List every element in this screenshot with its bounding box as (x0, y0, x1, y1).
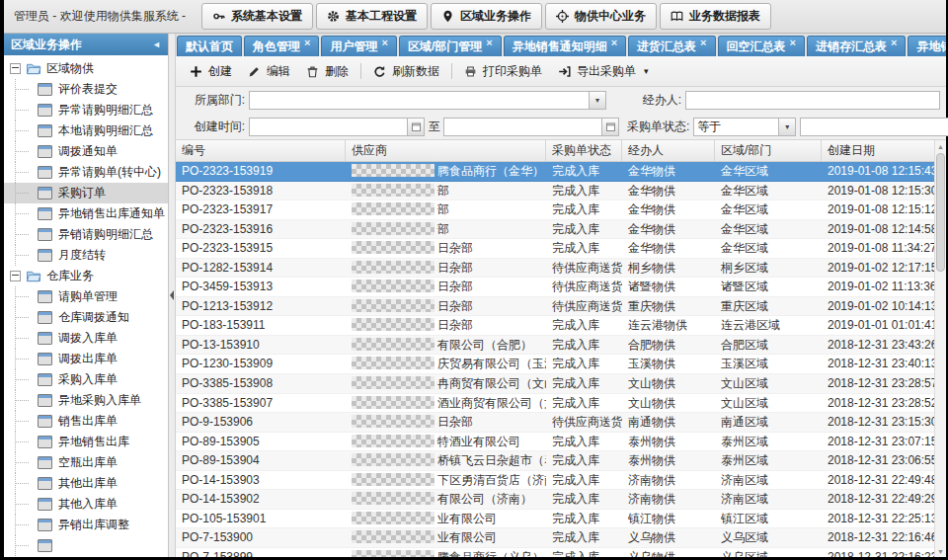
department-filter-combo[interactable]: ▾ (249, 91, 606, 110)
table-row[interactable]: PO-7-153899腾食品商行（义乌）完成入库义乌物供义乌区域2018-12-… (176, 548, 934, 557)
column-header[interactable]: 区域/部门 (715, 140, 822, 161)
table-row[interactable]: PO-2323-153916部完成入库金华物供金华区域2019-01-08 12… (176, 220, 934, 240)
tree-item[interactable]: 异地销售出库 (4, 432, 168, 452)
tree-item[interactable]: 采购入库单 (4, 369, 168, 390)
tree-item[interactable]: 其他入库单 (4, 494, 168, 515)
tree-item[interactable]: 异地采购入库单 (4, 390, 168, 411)
tree-item[interactable]: 仓库调拨通知 (4, 307, 168, 328)
tree-item[interactable]: 月度结转 (4, 245, 168, 266)
status-operator-input[interactable] (694, 119, 778, 135)
department-filter-input[interactable] (250, 92, 589, 109)
splitter-collapse-icon[interactable] (170, 290, 174, 300)
column-header[interactable]: 编号 (176, 140, 346, 161)
tab-close-icon[interactable]: × (611, 38, 617, 48)
tree-item[interactable]: 采购订单 (4, 183, 168, 203)
table-row[interactable]: PO-9-153906日杂部待供应商送货南通物供南通区域2018-12-31 2… (176, 413, 934, 433)
tree-item[interactable]: 其他出库单 (4, 473, 168, 494)
status-value-input[interactable] (800, 118, 948, 136)
table-row[interactable]: PO-2323-153919腾食品商行（金华）完成入库金华物供金华区域2019-… (176, 162, 934, 182)
date-to-input[interactable] (444, 119, 601, 135)
tab[interactable]: 区域/部门管理× (399, 36, 502, 56)
scroll-down-icon[interactable]: ▼ (935, 545, 946, 557)
tab-close-icon[interactable]: × (381, 38, 387, 48)
toolbar-button[interactable]: 打印采购单 (456, 60, 550, 83)
tab[interactable]: 角色管理× (244, 36, 319, 56)
tab[interactable]: 进货汇总表× (628, 36, 715, 56)
table-row[interactable]: PO-1213-153912日杂部待供应商送货重庆物供重庆区域2019-01-0… (176, 297, 934, 317)
table-row[interactable]: PO-89-153905特酒业有限公司完成入库泰州物供泰州区域2018-12-3… (176, 433, 934, 452)
column-header[interactable]: 采购单状态 (546, 140, 622, 161)
table-row[interactable]: PO-1282-153914日杂部待供应商送货桐乡物供桐乡区域2019-01-0… (176, 259, 934, 279)
date-from-input[interactable] (250, 119, 407, 135)
table-row[interactable]: PO-7-153900业有限公司完成入库义乌物供义乌区域2018-12-31 2… (176, 528, 934, 548)
vertical-scrollbar[interactable]: ▲ ▼ (934, 140, 946, 557)
tree-collapse-icon[interactable] (10, 271, 21, 281)
table-row[interactable]: PO-89-153904桥镇飞云日杂超市（泰州）完成入库泰州物供泰州区域2018… (176, 451, 934, 471)
date-to-field[interactable] (443, 118, 619, 136)
tree-item[interactable]: 调拨出库单 (4, 349, 168, 369)
tree-item[interactable] (4, 535, 168, 556)
tree-item[interactable]: 异地销售出库通知单 (4, 203, 168, 224)
scroll-thumb[interactable] (936, 153, 945, 272)
column-header[interactable]: 经办人 (622, 140, 715, 161)
column-header[interactable]: 供应商 (346, 140, 546, 161)
tree-item[interactable]: 异常请购明细汇总 (4, 100, 168, 120)
table-row[interactable]: PO-183-153911日杂部完成入库连云港物供连云港区域2019-01-01… (176, 316, 934, 336)
tree-item[interactable]: 请购单管理 (4, 286, 168, 307)
toolbar-button[interactable]: 删除 (298, 60, 356, 83)
scroll-up-icon[interactable]: ▲ (935, 140, 946, 152)
date-from-field[interactable] (249, 118, 425, 136)
tab[interactable]: 回空汇总表× (718, 36, 805, 56)
toolbar-button[interactable]: 编辑 (240, 60, 298, 83)
menubar-button[interactable]: 业务数据报表 (660, 3, 771, 30)
handler-filter-input[interactable] (685, 91, 940, 110)
tab[interactable]: 用户管理× (321, 36, 396, 56)
combo-dropdown-icon[interactable]: ▾ (778, 119, 795, 135)
table-row[interactable]: PO-3459-153913日杂部待供应商送货诸暨物供诸暨区域2019-01-0… (176, 278, 934, 297)
table-row[interactable]: PO-14-153902有限公司（济南）完成入库济南物供济南区域2018-12-… (176, 490, 934, 510)
collapse-sidebar-icon[interactable]: ◄ (152, 40, 161, 49)
tree-folder[interactable]: 仓库业务 (4, 266, 168, 286)
table-row[interactable]: PO-105-153901业有限公司完成入库镇江物供镇江区域2018-12-31… (176, 510, 934, 529)
status-operator-combo[interactable]: ▾ (693, 118, 796, 136)
table-row[interactable]: PO-3385-153907酒业商贸有限公司（文山）完成入库文山物供文山区域20… (176, 394, 934, 414)
table-row[interactable]: PO-2323-153918部完成入库金华物供金华区域2019-01-08 12… (176, 182, 934, 201)
tree-item[interactable]: 异销出库调整 (4, 515, 168, 535)
menubar-button[interactable]: 系统基本设置 (201, 3, 313, 30)
tab-close-icon[interactable]: × (700, 38, 706, 48)
table-row[interactable]: PO-2323-153917部完成入库金华物供金华区域2019-01-08 12… (176, 200, 934, 220)
tree-item[interactable]: 评价表提交 (4, 79, 168, 100)
column-header[interactable]: 创建日期 (822, 140, 936, 161)
tab[interactable]: 异地销售调整明细× (908, 36, 946, 56)
tab-close-icon[interactable]: × (486, 38, 492, 48)
toolbar-button[interactable]: 刷新数据 (365, 60, 447, 83)
combo-dropdown-icon[interactable]: ▾ (589, 92, 605, 109)
tab-close-icon[interactable]: × (790, 38, 796, 48)
tree-item[interactable]: 调拨通知单 (4, 141, 168, 162)
toolbar-button[interactable]: 创建 (182, 60, 240, 83)
tree-folder[interactable]: 区域物供 (4, 58, 168, 79)
table-row[interactable]: PO-3385-153908冉商贸有限公司（文山）完成入库文山物供文山区域201… (176, 374, 934, 394)
tab[interactable]: 进销存汇总表× (807, 36, 906, 56)
table-row[interactable]: PO-14-153903下区勇清百货店（济南）完成入库济南物供济南区域2018-… (176, 471, 934, 491)
table-row[interactable]: PO-1230-153909庆贸易有限公司（玉溪）完成入库玉溪物供玉溪区域201… (176, 355, 934, 374)
tab-close-icon[interactable]: × (304, 38, 310, 48)
calendar-icon[interactable] (407, 119, 424, 135)
menubar-button[interactable]: 基本工程设置 (316, 3, 428, 30)
table-row[interactable]: PO-13-153910有限公司（合肥）完成入库合肥物供合肥区域2018-12-… (176, 336, 934, 356)
tab[interactable]: 默认首页 (177, 36, 242, 56)
sidebar-splitter[interactable] (169, 34, 176, 557)
tree-item[interactable]: 销售出库单 (4, 411, 168, 432)
tree-item[interactable]: 本地请购明细汇总 (4, 120, 168, 141)
toolbar-button[interactable]: 导出采购单▾ (550, 60, 657, 83)
tree-collapse-icon[interactable] (10, 63, 21, 74)
table-row[interactable]: PO-2323-153915日杂部完成入库金华物供金华区域2019-01-08 … (176, 239, 934, 259)
menubar-button[interactable]: 区域业务操作 (431, 3, 542, 30)
tree-item[interactable]: 空瓶出库单 (4, 452, 168, 473)
tree-item[interactable]: 调拨入库单 (4, 328, 168, 349)
tree-item[interactable]: 异常请购单(转中心) (4, 162, 168, 183)
tree-item[interactable]: 异销请购明细汇总 (4, 224, 168, 245)
tab-close-icon[interactable]: × (891, 38, 897, 48)
menubar-button[interactable]: 物供中心业务 (545, 3, 657, 30)
calendar-icon[interactable] (601, 119, 618, 135)
